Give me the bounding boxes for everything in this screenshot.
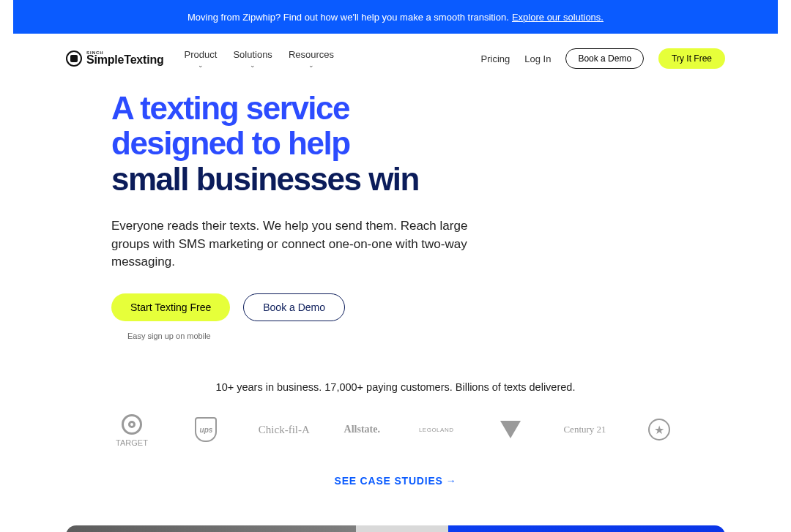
logo-text: SimpleTexting [86,53,164,67]
chevron-down-icon: ⌄ [308,61,314,69]
nav-secondary: Pricing Log In Book a Demo Try It Free [481,48,726,69]
book-demo-button[interactable]: Book a Demo [565,48,644,69]
main-nav: SINCH SimpleTexting Product ⌄ Solutions … [0,34,791,76]
nav-pricing[interactable]: Pricing [481,53,510,64]
nav-product[interactable]: Product ⌄ [185,49,218,69]
brand-starbucks: ★ [637,419,681,441]
feature-left-panel: Compose campaign Campaign name See what … [66,525,356,532]
brand-logo[interactable]: SINCH SimpleTexting [66,50,164,67]
hero-cta-row: Start Texting Free Book a Demo [111,293,791,321]
headline-line-3: small businesses win [111,161,419,197]
nav-primary-links: Product ⌄ Solutions ⌄ Resources ⌄ [185,49,334,69]
feature-right-panel: 8:15 •ıll ⚡ ■ ‹ [448,525,725,532]
try-free-button[interactable]: Try It Free [658,48,725,69]
chevron-down-icon: ⌄ [250,61,256,69]
feature-card: Compose campaign Campaign name See what … [66,525,725,532]
brand-target: TARGET [110,412,154,447]
arrow-right-icon: → [446,475,457,487]
hero-subhead: Everyone reads their texts. We help you … [111,217,478,271]
hero-headline: A texting service designed to help small… [111,91,791,197]
brand-allstate: Allstate. [340,424,384,435]
hero-section: A texting service designed to help small… [0,76,791,340]
ymca-triangle-icon [500,421,521,438]
brand-ups: ups [184,417,228,442]
case-studies-link[interactable]: SEE CASE STUDIES→ [335,475,457,487]
target-icon [122,414,142,435]
brand-ymca [489,421,532,438]
announcement-bar: Moving from Zipwhip? Find out how we'll … [13,0,778,34]
announcement-link[interactable]: Explore our solutions. [512,12,604,23]
feature-mid-panel: (86 Ord hou the Clic www shop [356,525,448,532]
headline-line-1: A texting service [111,90,349,126]
book-demo-large-button[interactable]: Book a Demo [243,293,345,321]
nav-solutions[interactable]: Solutions ⌄ [233,49,272,69]
nav-resources[interactable]: Resources ⌄ [289,49,334,69]
headline-line-2: designed to help [111,125,350,161]
proof-headline: 10+ years in business. 17,000+ paying cu… [0,381,791,393]
chevron-down-icon: ⌄ [198,61,204,69]
brand-chickfila: Chick-fil-A [259,424,310,436]
social-proof-section: 10+ years in business. 17,000+ paying cu… [0,381,791,487]
brand-century21: Century 21 [563,424,607,435]
announcement-text: Moving from Zipwhip? Find out how we'll … [187,12,509,23]
brand-legoland: LEGOLAND [415,427,458,433]
customer-logo-row: TARGET ups Chick-fil-A Allstate. LEGOLAN… [0,393,791,454]
logo-icon [66,50,82,67]
starbucks-icon: ★ [648,419,670,441]
start-texting-button[interactable]: Start Texting Free [111,293,230,321]
hero-microcopy: Easy sign up on mobile [127,331,791,340]
ups-shield-icon: ups [195,417,217,442]
nav-login[interactable]: Log In [524,53,551,64]
